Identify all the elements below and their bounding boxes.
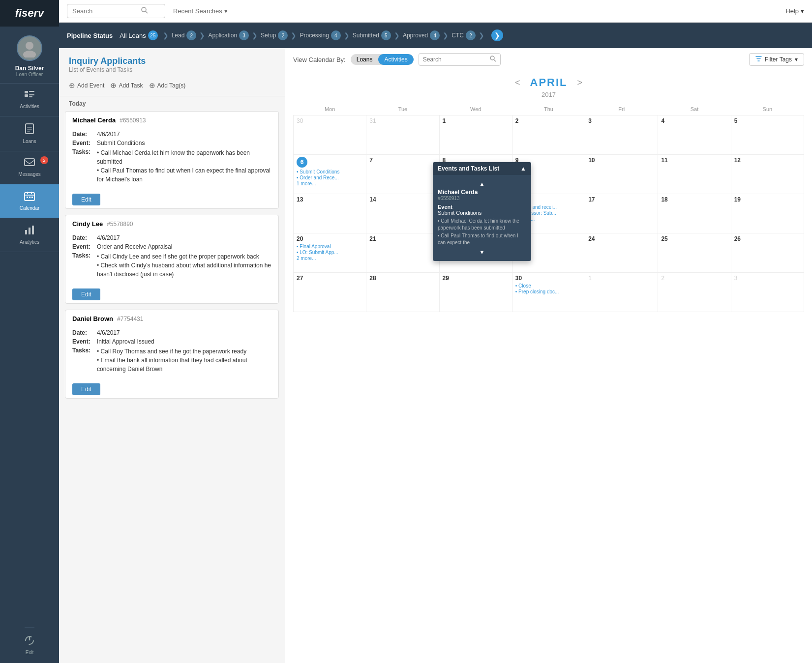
sidebar-item-calendar[interactable]: Calendar	[0, 184, 59, 218]
calendar-day-cell[interactable]: 30• Close• Prep closing doc...	[512, 273, 585, 312]
calendar-day-cell[interactable]: 7	[366, 155, 439, 194]
calendar-event-more[interactable]: 1 more...	[297, 181, 363, 186]
calendar-search-box[interactable]	[419, 53, 501, 66]
calendar-day-cell[interactable]: 30	[294, 115, 366, 155]
edit-button-2[interactable]: Edit	[72, 383, 100, 395]
calendar-day-number: 31	[369, 117, 436, 124]
pipeline-step-setup[interactable]: Setup 2	[261, 29, 288, 42]
calendar-day-cell[interactable]: 11	[658, 155, 731, 194]
calendar-day-cell[interactable]: 17	[585, 194, 658, 233]
recent-searches[interactable]: Recent Searches ▾	[173, 7, 228, 15]
calendar-day-cell[interactable]: 2	[658, 273, 731, 312]
popup-scroll-up[interactable]: ▲	[438, 179, 526, 189]
calendar-event-item[interactable]: • Submit Conditions	[297, 169, 363, 174]
calendar-day-cell[interactable]: 26	[731, 233, 804, 273]
global-search-box[interactable]	[67, 4, 165, 18]
calendar-day-number: 3	[588, 117, 655, 124]
calendar-event-item[interactable]: • LO: Submit App...	[297, 250, 363, 255]
calendar-day-cell[interactable]: 18	[658, 194, 731, 233]
calendar-day-cell[interactable]: 28	[366, 273, 439, 312]
calendar-day-cell[interactable]: 5	[731, 115, 804, 155]
event-card-body-1: Date: 4/6/2017 Event: Order and Receive …	[65, 232, 278, 285]
calendar-event-item[interactable]: • Order and Rece...	[297, 175, 363, 180]
prev-month-button[interactable]: <	[515, 78, 520, 88]
calendar-day-cell[interactable]: 21	[366, 233, 439, 273]
event-tasks-2: • Call Roy Thomas and see if he got the …	[97, 347, 271, 374]
calendar-day-cell[interactable]: 2	[512, 115, 585, 155]
filter-tags-button[interactable]: Filter Tags ▾	[749, 53, 804, 66]
event-tasks-1: • Call Cindy Lee and see if she got the …	[97, 252, 271, 279]
calendar-day-number: 5	[734, 117, 801, 124]
add-tag-button[interactable]: ⊕ Add Tag(s)	[149, 81, 186, 90]
svg-point-24	[142, 7, 146, 12]
toggle-activities[interactable]: Activities	[378, 54, 413, 65]
calendar-day-header: Mon	[294, 103, 366, 115]
pipeline-step-submitted[interactable]: Submitted 5	[353, 29, 391, 42]
calendar-day-number: 24	[588, 235, 655, 242]
calendar-event-item[interactable]: • Prep closing doc...	[515, 289, 582, 294]
calendar-day-cell[interactable]: 24	[585, 233, 658, 273]
calendar-day-number: 3	[734, 275, 801, 282]
pipeline-step-lead[interactable]: Lead 2	[172, 29, 197, 42]
calendar-day-cell[interactable]: 3	[731, 273, 804, 312]
popup-close-icon[interactable]: ▲	[520, 165, 526, 172]
svg-rect-18	[31, 197, 33, 198]
calendar-day-number: 13	[297, 196, 363, 203]
calendar-event-item[interactable]: • Final Approval	[297, 244, 363, 249]
view-toggle: Loans Activities	[351, 54, 414, 65]
add-task-button[interactable]: ⊕ Add Task	[110, 81, 143, 90]
view-by-label: View Calendar By:	[293, 56, 346, 63]
edit-button-1[interactable]: Edit	[72, 288, 100, 300]
sidebar-item-activities[interactable]: Activities	[0, 84, 59, 116]
calendar-day-cell[interactable]: 14	[366, 194, 439, 233]
calendar-day-cell[interactable]: 19	[731, 194, 804, 233]
activities-label: Activities	[20, 104, 39, 109]
sidebar-item-analytics[interactable]: Analytics	[0, 218, 59, 252]
exit-button[interactable]: Exit	[25, 627, 34, 663]
sidebar-item-loans[interactable]: Loans	[0, 116, 59, 151]
next-month-button[interactable]: >	[577, 78, 583, 88]
pipeline-step-all-loans[interactable]: All Loans 25	[120, 29, 157, 42]
panel-title: Inquiry Applicants	[69, 56, 275, 66]
calendar-day-cell[interactable]: 10	[585, 155, 658, 194]
sidebar-item-messages[interactable]: 2 Messages	[0, 151, 59, 184]
pipeline-step-application[interactable]: Application 3	[208, 29, 249, 42]
calendar-day-number: 19	[734, 196, 801, 203]
calendar-day-cell[interactable]: 27	[294, 273, 366, 312]
sidebar-nav: Activities Loans 2 Messages Calendar	[0, 84, 59, 627]
analytics-label: Analytics	[20, 239, 39, 245]
edit-button-0[interactable]: Edit	[72, 194, 100, 205]
calendar-day-cell[interactable]: 1	[585, 273, 658, 312]
pipeline-step-approved[interactable]: Approved 4	[403, 29, 440, 42]
calendar-day-cell[interactable]: 25	[658, 233, 731, 273]
event-card-body-0: Date: 4/6/2017 Event: Submit Conditions …	[65, 129, 278, 190]
calendar-day-cell[interactable]: 1	[439, 115, 512, 155]
calendar-day-cell[interactable]: 12	[731, 155, 804, 194]
calendar-day-header: Fri	[585, 103, 658, 115]
calendar-day-cell[interactable]: 13	[294, 194, 366, 233]
pipeline-more-nav[interactable]: ❯	[491, 29, 503, 41]
pipeline-step-ctc[interactable]: CTC 2	[451, 29, 476, 42]
global-search-input[interactable]	[72, 7, 141, 15]
pipeline-step-processing[interactable]: Processing 4	[300, 29, 340, 42]
calendar-day-number: 30	[297, 117, 363, 124]
calendar-day-header: Thu	[512, 103, 585, 115]
toggle-loans[interactable]: Loans	[351, 54, 379, 65]
calendar-day-number: 10	[588, 157, 655, 164]
calendar-day-cell[interactable]: 6• Submit Conditions• Order and Rece...1…	[294, 155, 366, 194]
calendar-event-item[interactable]: • Close	[515, 283, 582, 288]
calendar-event-more[interactable]: 2 more...	[297, 256, 363, 261]
help-button[interactable]: Help ▾	[785, 7, 804, 15]
calendar-day-cell[interactable]: 20• Final Approval• LO: Submit App...2 m…	[294, 233, 366, 273]
calendar-search-input[interactable]	[423, 56, 487, 63]
calendar-day-cell[interactable]: 29	[439, 273, 512, 312]
popup-loan-id: #6550913	[438, 196, 526, 201]
calendar-day-cell[interactable]: 3	[585, 115, 658, 155]
add-event-button[interactable]: ⊕ Add Event	[69, 81, 104, 90]
calendar-day-cell[interactable]: 31	[366, 115, 439, 155]
calendar-table: MonTueWedThuFriSatSun 3031123456• Submit…	[293, 103, 804, 312]
event-name-2: Daniel Brown	[72, 315, 113, 322]
svg-rect-3	[29, 91, 34, 92]
popup-scroll-down[interactable]: ▼	[438, 247, 526, 257]
calendar-day-cell[interactable]: 4	[658, 115, 731, 155]
